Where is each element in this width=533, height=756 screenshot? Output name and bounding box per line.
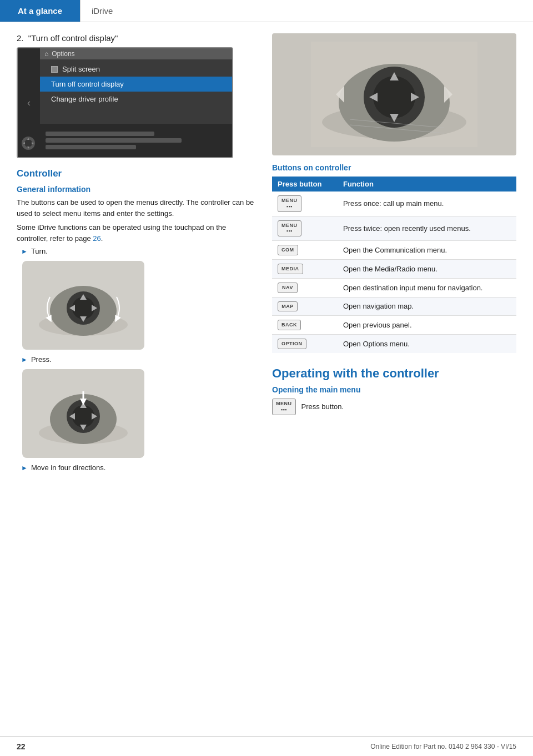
table-row: NAVOpen destination input menu for navig… xyxy=(272,278,516,297)
bullet-arrow-icon-2: ► xyxy=(21,356,28,364)
table-cell-function: Press once: call up main menu. xyxy=(338,191,516,216)
controller-image-press xyxy=(22,369,144,458)
svg-point-27 xyxy=(373,76,415,118)
buttons-table: Press button Function MENU▪▪▪Press once:… xyxy=(272,177,516,353)
bullet-press: ► Press. xyxy=(21,355,255,364)
controller-image-turn xyxy=(22,261,144,350)
controller-small-icon xyxy=(21,135,36,151)
col-header-press-button: Press button xyxy=(272,177,338,191)
opening-menu-title: Opening the main menu xyxy=(272,385,516,394)
button-badge: OPTION xyxy=(278,339,306,349)
table-cell-function: Open Options menu. xyxy=(338,335,516,353)
button-badge: COM xyxy=(278,245,298,255)
menu-item-change-profile: Change driver profile xyxy=(40,92,232,107)
screen-bar-3 xyxy=(46,145,136,149)
table-cell-button: NAV xyxy=(272,278,338,297)
top-controller-svg xyxy=(311,42,477,147)
options-menu-bar: ⌂ Options xyxy=(40,48,232,59)
menu-button-badge-opening: MENU▪▪▪ xyxy=(272,399,296,415)
table-cell-button: OPTION xyxy=(272,335,338,353)
svg-point-17 xyxy=(72,405,94,427)
table-cell-function: Open navigation map. xyxy=(338,297,516,316)
opening-menu-row: MENU▪▪▪ Press button. xyxy=(272,399,516,415)
controller-icon-overlay xyxy=(18,129,39,157)
menu-item-turn-off: Turn off control display xyxy=(40,77,232,92)
bullet-arrow-icon-1: ► xyxy=(21,248,28,255)
tab-at-a-glance[interactable]: At a glance xyxy=(0,0,80,22)
table-row: MENU▪▪▪Press once: call up main menu. xyxy=(272,191,516,216)
table-row: OPTIONOpen Options menu. xyxy=(272,335,516,353)
table-cell-button: COM xyxy=(272,241,338,260)
table-row: BACKOpen previous panel. xyxy=(272,316,516,335)
general-info-p1: The buttons can be used to open the menu… xyxy=(17,197,255,219)
page-footer: 22 Online Edition for Part no. 0140 2 96… xyxy=(0,736,533,756)
step-2-label: 2. "Turn off control display" xyxy=(17,33,255,43)
screen-bar-1 xyxy=(46,132,154,136)
left-column: 2. "Turn off control display" ‹ ⌂ Option… xyxy=(17,33,255,475)
button-badge: MENU▪▪▪ xyxy=(278,220,301,237)
table-row: MENU▪▪▪Press twice: open recently used m… xyxy=(272,216,516,241)
bullet-arrow-icon-3: ► xyxy=(21,464,28,472)
table-cell-button: MENU▪▪▪ xyxy=(272,216,338,241)
table-row: COMOpen the Communication menu. xyxy=(272,241,516,260)
home-icon: ⌂ xyxy=(44,50,48,58)
table-cell-function: Open destination input menu for navigati… xyxy=(338,278,516,297)
table-cell-button: MENU▪▪▪ xyxy=(272,191,338,216)
table-cell-function: Open the Media/Radio menu. xyxy=(338,259,516,278)
main-content: 2. "Turn off control display" ‹ ⌂ Option… xyxy=(0,22,533,486)
button-badge: MENU▪▪▪ xyxy=(278,195,301,212)
top-controller-image xyxy=(272,33,516,155)
screen-bottom-area xyxy=(40,124,232,157)
general-info-p2: Some iDrive functions can be operated us… xyxy=(17,222,255,244)
operating-section-title: Operating with the controller xyxy=(272,366,516,381)
svg-point-1 xyxy=(24,139,32,147)
bullet-move: ► Move in four directions. xyxy=(21,463,255,472)
button-badge: MAP xyxy=(278,301,298,312)
tab-idrive[interactable]: iDrive xyxy=(80,0,533,22)
table-row: MEDIAOpen the Media/Radio menu. xyxy=(272,259,516,278)
split-screen-checkbox xyxy=(51,66,58,73)
footer-text: Online Edition for Part no. 0140 2 964 3… xyxy=(370,743,516,750)
col-header-function: Function xyxy=(338,177,516,191)
page-link-26[interactable]: 26 xyxy=(93,234,100,243)
table-cell-button: BACK xyxy=(272,316,338,335)
table-cell-function: Press twice: open recently used menus. xyxy=(338,216,516,241)
table-row: MAPOpen navigation map. xyxy=(272,297,516,316)
button-badge: BACK xyxy=(278,320,301,330)
bullet-turn: ► Turn. xyxy=(21,247,255,255)
table-cell-function: Open the Communication menu. xyxy=(338,241,516,260)
general-info-title: General information xyxy=(17,185,255,194)
screen-bar-2 xyxy=(46,138,182,143)
controller-section-title: Controller xyxy=(17,168,255,179)
button-badge: NAV xyxy=(278,283,298,293)
table-cell-function: Open previous panel. xyxy=(338,316,516,335)
sidebar-arrow-icon: ‹ xyxy=(27,97,31,109)
button-badge: MEDIA xyxy=(278,264,303,274)
table-cell-button: MAP xyxy=(272,297,338,316)
page-number: 22 xyxy=(17,742,26,751)
svg-point-9 xyxy=(72,297,94,319)
controller-svg-press xyxy=(33,377,133,450)
screen-main-area: ⌂ Options Split screen Turn off control … xyxy=(40,48,232,109)
controller-svg-turn xyxy=(33,269,133,341)
screen-mockup: ‹ ⌂ Options Split screen Turn off contro… xyxy=(17,47,233,158)
menu-item-split-screen: Split screen xyxy=(40,62,232,77)
menu-items-list: Split screen Turn off control display Ch… xyxy=(40,59,232,109)
right-column: Buttons on controller Press button Funct… xyxy=(272,33,516,475)
table-cell-button: MEDIA xyxy=(272,259,338,278)
buttons-table-title: Buttons on controller xyxy=(272,163,516,172)
page-header: At a glance iDrive xyxy=(0,0,533,22)
